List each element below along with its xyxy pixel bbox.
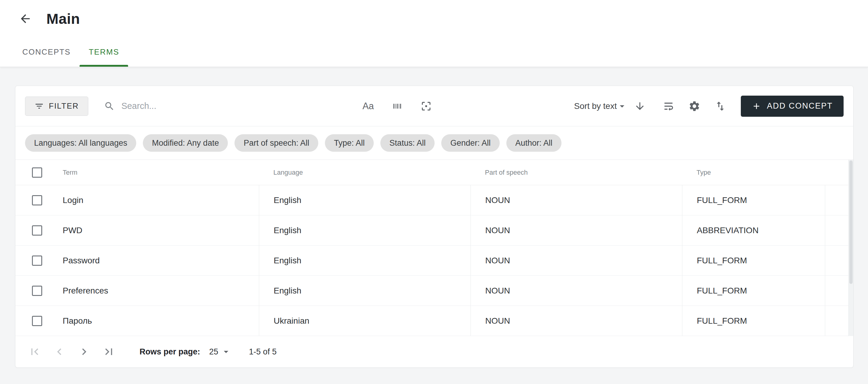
terms-table: Term Language Part of speech Type Login: [16, 160, 853, 336]
part-of-speech-cell: NOUN: [485, 286, 510, 296]
tab-bar: CONCEPTS TERMS: [0, 37, 868, 67]
tab-terms[interactable]: TERMS: [80, 37, 128, 67]
app-header: Main: [0, 0, 868, 37]
prev-page-icon: [53, 345, 66, 358]
toolbar: FILTER Aa Sort by text: [16, 86, 853, 126]
first-page-icon: [28, 345, 41, 358]
language-cell: Ukrainian: [274, 316, 309, 326]
column-header-language: Language: [273, 169, 303, 176]
language-cell: English: [274, 196, 301, 205]
row-checkbox[interactable]: [32, 286, 42, 296]
chip-author[interactable]: Author: All: [506, 134, 561, 152]
chip-part-of-speech[interactable]: Part of speech: All: [235, 134, 318, 152]
wrap-text-icon[interactable]: [662, 100, 675, 112]
back-icon: [19, 12, 32, 25]
toolbar-icon-group: [662, 100, 726, 112]
column-header-type: Type: [696, 169, 711, 176]
table-row[interactable]: PWD English NOUN ABBREVIATION: [16, 215, 853, 245]
row-checkbox[interactable]: [32, 256, 42, 266]
term-cell: Login: [63, 196, 84, 205]
top-header-area: Main CONCEPTS TERMS: [0, 0, 868, 67]
table-row[interactable]: Password English NOUN FULL_FORM: [16, 245, 853, 276]
content-area: FILTER Aa Sort by text: [0, 67, 868, 368]
language-cell: English: [274, 286, 301, 296]
row-checkbox[interactable]: [32, 225, 42, 236]
chip-gender[interactable]: Gender: All: [441, 134, 500, 152]
rows-per-page-value: 25: [209, 347, 218, 357]
part-of-speech-cell: NOUN: [485, 196, 510, 205]
search-box: [104, 101, 360, 112]
whole-word-icon[interactable]: [392, 100, 403, 112]
chip-modified[interactable]: Modified: Any date: [143, 134, 228, 152]
rows-per-page-select[interactable]: 25: [209, 346, 231, 357]
regex-icon[interactable]: [421, 100, 432, 112]
filter-button[interactable]: FILTER: [25, 96, 88, 116]
settings-gear-icon[interactable]: [688, 100, 701, 112]
language-cell: English: [274, 226, 301, 235]
chip-languages[interactable]: Languages: All languages: [25, 134, 136, 152]
part-of-speech-cell: NOUN: [485, 226, 510, 235]
table-footer: Rows per page: 25 1-5 of 5: [16, 336, 853, 367]
type-cell: FULL_FORM: [697, 196, 747, 205]
pagination-range-label: 1-5 of 5: [249, 347, 277, 357]
page-title: Main: [46, 10, 80, 27]
term-cell: Пароль: [63, 316, 92, 326]
last-page-icon: [102, 345, 116, 358]
row-checkbox[interactable]: [32, 316, 42, 326]
header-type-cell: Type: [682, 160, 825, 185]
prev-page-button[interactable]: [53, 345, 66, 358]
header-term-cell: Term: [16, 160, 259, 185]
vertical-scrollbar[interactable]: [848, 160, 853, 336]
part-of-speech-cell: NOUN: [485, 316, 510, 326]
match-case-icon[interactable]: Aa: [363, 101, 374, 112]
sort-by-dropdown[interactable]: Sort by text: [574, 101, 628, 112]
sort-direction-button[interactable]: [634, 100, 646, 112]
last-page-button[interactable]: [102, 345, 116, 358]
row-checkbox[interactable]: [32, 195, 42, 205]
import-export-icon[interactable]: [714, 100, 726, 112]
search-icon: [104, 101, 115, 112]
table-row[interactable]: Login English NOUN FULL_FORM: [16, 185, 853, 215]
next-page-button[interactable]: [78, 345, 91, 358]
type-cell: FULL_FORM: [697, 256, 747, 265]
search-options: Aa: [363, 100, 432, 112]
sort-by-label: Sort by text: [574, 101, 617, 111]
back-button[interactable]: [18, 11, 33, 26]
select-all-checkbox[interactable]: [32, 168, 42, 178]
language-cell: English: [274, 256, 301, 265]
term-cell: Password: [63, 256, 100, 265]
table-row[interactable]: Пароль Ukrainian NOUN FULL_FORM: [16, 306, 853, 336]
rows-per-page-label: Rows per page:: [140, 347, 200, 357]
filter-chips-row: Languages: All languages Modified: Any d…: [16, 126, 853, 160]
sort-direction-icon: [634, 100, 646, 112]
search-input[interactable]: [121, 101, 360, 111]
dropdown-caret-icon: [617, 101, 627, 112]
chip-status[interactable]: Status: All: [380, 134, 435, 152]
scrollbar-thumb[interactable]: [849, 160, 852, 284]
column-header-term: Term: [63, 169, 78, 176]
filter-button-label: FILTER: [49, 101, 79, 111]
next-page-icon: [78, 345, 91, 358]
plus-icon: [752, 101, 761, 111]
first-page-button[interactable]: [28, 345, 41, 358]
terms-panel: FILTER Aa Sort by text: [15, 86, 854, 368]
pagination-controls: [28, 345, 116, 358]
part-of-speech-cell: NOUN: [485, 256, 510, 265]
column-header-part-of-speech: Part of speech: [485, 169, 528, 176]
type-cell: FULL_FORM: [697, 316, 747, 326]
tab-concepts[interactable]: CONCEPTS: [13, 37, 80, 67]
chip-type[interactable]: Type: All: [325, 134, 374, 152]
term-cell: Preferences: [63, 286, 108, 296]
tab-concepts-label: CONCEPTS: [22, 47, 70, 57]
header-language-cell: Language: [259, 160, 470, 185]
table-row[interactable]: Preferences English NOUN FULL_FORM: [16, 276, 853, 306]
filter-icon: [34, 101, 44, 111]
tab-terms-label: TERMS: [89, 47, 119, 57]
rows-per-page-caret-icon: [221, 346, 231, 357]
add-concept-label: ADD CONCEPT: [767, 101, 833, 111]
type-cell: FULL_FORM: [697, 286, 747, 296]
header-pos-cell: Part of speech: [470, 160, 682, 185]
add-concept-button[interactable]: ADD CONCEPT: [741, 96, 844, 117]
type-cell: ABBREVIATION: [697, 226, 758, 235]
term-cell: PWD: [63, 226, 82, 235]
